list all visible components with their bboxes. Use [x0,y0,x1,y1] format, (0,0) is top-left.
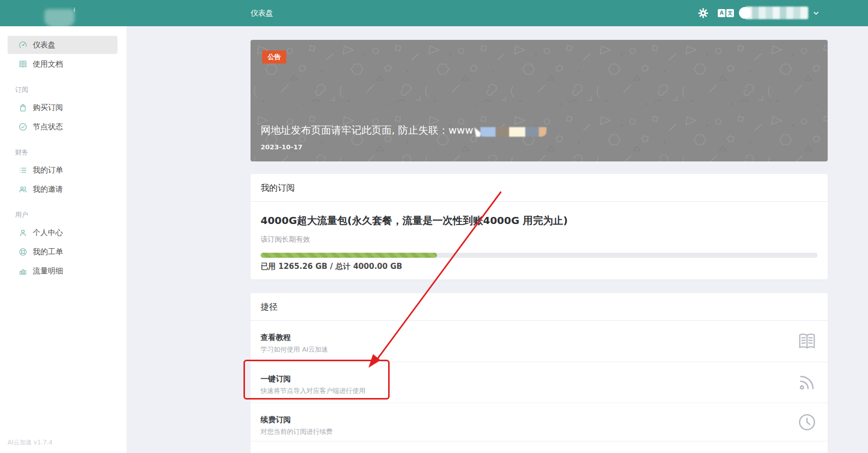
shortcuts-section-title: 捷径 [251,293,828,321]
chevron-down-icon[interactable] [812,10,821,17]
traffic-progress-fill [261,253,437,258]
sidebar-item-label: 个人中心 [33,228,63,238]
sidebar-group-user: 用户 [0,207,127,222]
sidebar-item-label: 我的订单 [33,165,63,175]
shortcut-subtitle: 快速将节点导入对应客户端进行使用 [261,386,787,395]
translate-cjk-box: 文 [726,9,734,17]
shortcut-title: 续费订阅 [261,415,787,425]
shortcut-subtitle: 对您当前的订阅进行续费 [261,427,787,436]
shortcut-title: 一键订阅 [261,374,787,384]
plan-title: 4000G超大流量包(永久套餐，流量是一次性到账4000G 用完为止) [261,214,818,227]
subscription-section-title: 我的订阅 [251,174,828,202]
rss-icon [796,372,818,393]
announcement-date: 2023-10-17 [261,143,302,151]
clock-icon [796,412,818,433]
announcement-text: 网地址发布页面请牢记此页面, 防止失联：www [261,124,546,137]
page-title: 仪表盘 [251,0,273,26]
ticket-lifering-icon [18,247,28,257]
docs-icon [18,60,28,69]
plan-validity: 该订阅长期有效 [261,235,818,244]
censored-url [474,127,546,137]
sidebar-item-traffic[interactable]: 流量明细 [8,262,117,280]
sidebar-item-dashboard[interactable]: 仪表盘 [8,36,117,54]
logo-mark: i [74,7,76,13]
top-bar: i 仪表盘 A 文 [0,0,868,26]
sidebar-group-finance: 财务 [0,145,127,160]
sidebar-item-label: 流量明细 [33,266,63,276]
sidebar-item-orders[interactable]: 我的订单 [8,161,117,179]
invite-people-icon [18,185,28,194]
main-content: 公告 网地址发布页面请牢记此页面, 防止失联：www 2023-10-17 我的… [127,26,868,453]
announcement-banner: 公告 网地址发布页面请牢记此页面, 防止失联：www 2023-10-17 [251,40,828,161]
sidebar-item-docs[interactable]: 使用文档 [8,55,117,73]
sidebar-item-label: 我的邀请 [33,185,63,194]
sidebar-item-label: 购买订阅 [33,103,63,112]
book-open-icon [796,331,818,352]
sidebar-item-node-status[interactable]: 节点状态 [8,118,117,136]
dashboard-icon [18,40,28,50]
app-version: AI云加速 v1.7.4 [8,438,52,447]
sidebar-group-subscription: 订阅 [0,82,127,97]
orders-list-icon [18,165,28,175]
sidebar-item-profile[interactable]: 个人中心 [8,223,117,242]
shortcut-subtitle: 学习如何使用 AI云加速 [261,345,787,354]
sidebar-item-label: 我的工单 [33,247,63,257]
sidebar-item-tickets[interactable]: 我的工单 [8,243,117,261]
purchase-bag-icon [18,103,28,112]
sidebar-item-label: 仪表盘 [33,40,55,50]
sidebar-item-purchase[interactable]: 购买订阅 [8,98,117,117]
shortcuts-card: 捷径 查看教程 学习如何使用 AI云加速 一键订阅 快速将节点导入对应客户端进行… [251,293,828,453]
app-logo-censored [44,9,75,28]
traffic-progress-bar [261,253,818,258]
subscription-card: 我的订阅 4000G超大流量包(永久套餐，流量是一次性到账4000G 用完为止)… [251,174,828,279]
user-name-censored[interactable] [745,7,809,19]
sidebar-item-label: 节点状态 [33,122,63,132]
banner-pattern [251,40,828,161]
profile-person-icon [18,228,28,238]
traffic-bars-icon [18,266,28,276]
settings-gear-icon[interactable] [698,8,709,19]
shortcut-one-click-subscribe[interactable]: 一键订阅 快速将节点导入对应客户端进行使用 [251,362,828,403]
shortcut-title: 查看教程 [261,333,787,343]
translate-icon[interactable]: A 文 [718,9,734,17]
sidebar-item-invite[interactable]: 我的邀请 [8,180,117,198]
usage-text: 已用 1265.26 GB / 总计 4000.00 GB [261,262,818,271]
translate-latin-box: A [718,9,725,17]
node-status-check-icon [18,122,28,132]
sidebar-item-label: 使用文档 [33,60,63,69]
announcement-badge: 公告 [262,50,286,64]
shortcut-view-tutorial[interactable]: 查看教程 学习如何使用 AI云加速 [251,321,828,362]
sidebar: 仪表盘 使用文档 订阅 购买订阅 节点状态 财务 我的订单 我的邀请 用户 个人… [0,26,127,453]
shortcut-renew-subscription[interactable]: 续费订阅 对您当前的订阅进行续费 [251,403,828,441]
